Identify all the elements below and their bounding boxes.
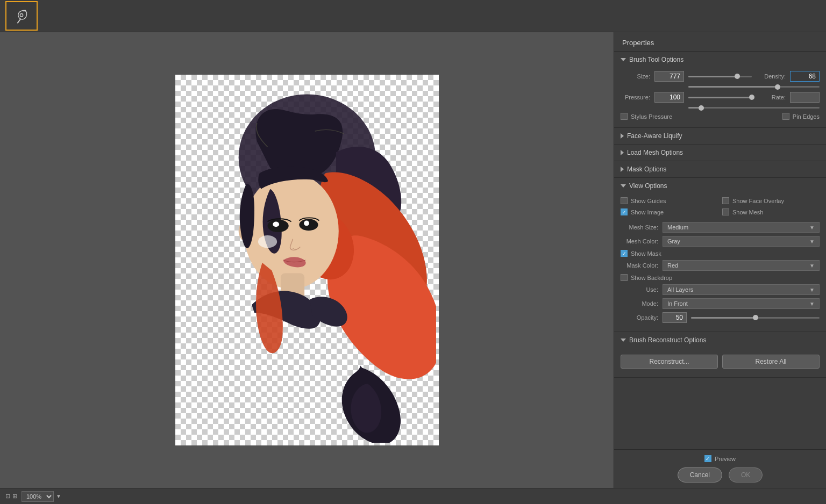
opacity-slider-thumb[interactable] <box>753 315 758 320</box>
pin-edges-checkbox[interactable] <box>782 113 789 120</box>
preview-row: Preview <box>622 455 818 462</box>
mesh-color-arrow: ▼ <box>809 239 815 244</box>
section-header-load-mesh[interactable]: Load Mesh Options <box>614 145 826 161</box>
use-dropdown-wrapper: All Layers ▼ <box>663 284 820 295</box>
mode-label: Mode: <box>621 300 658 307</box>
opacity-label: Opacity: <box>621 314 658 321</box>
ok-button[interactable]: OK <box>729 467 763 483</box>
rate-slider-thumb[interactable] <box>699 105 704 111</box>
status-icon-1: ⊡ <box>5 493 10 500</box>
opacity-slider-track[interactable] <box>691 317 820 319</box>
section-title-face-aware: Face-Aware Liquify <box>627 132 682 140</box>
section-header-mask-options[interactable]: Mask Options <box>614 161 826 177</box>
spacer3 <box>683 113 772 122</box>
rate-input[interactable] <box>790 92 820 103</box>
show-face-overlay-checkbox[interactable] <box>722 197 729 204</box>
density-slider-row <box>621 86 820 88</box>
preview-checkbox[interactable] <box>704 455 711 462</box>
reconstruct-button[interactable]: Reconstruct... <box>621 355 718 369</box>
section-view-options: View Options Show Guides Show Face Overl… <box>614 178 826 332</box>
mesh-color-value: Gray <box>667 238 680 244</box>
show-guides-checkbox[interactable] <box>621 197 628 204</box>
mask-color-value: Red <box>667 262 678 269</box>
mesh-size-row: Mesh Size: Medium ▼ <box>621 222 820 233</box>
mesh-color-dropdown-wrapper: Gray ▼ <box>663 236 820 247</box>
opacity-input[interactable] <box>663 312 687 323</box>
mesh-size-arrow: ▼ <box>809 225 815 231</box>
pressure-input[interactable] <box>654 92 684 103</box>
triangle-closed-icon-mask <box>621 167 624 172</box>
view-options-grid: Show Guides Show Face Overlay Show Image <box>621 197 820 218</box>
density-slider-thumb[interactable] <box>775 84 780 90</box>
section-title-brush-reconstruct: Brush Reconstruct Options <box>629 336 706 344</box>
brush-tool-content: Size: Density: <box>614 68 826 127</box>
properties-panel: Properties Brush Tool Options Size: Dens… <box>614 32 826 488</box>
show-backdrop-label: Show Backdrop <box>631 275 672 281</box>
zoom-select[interactable]: 100% 50% 75% 150% 200% <box>22 491 54 502</box>
pressure-slider-track[interactable] <box>688 97 752 98</box>
mask-color-dropdown[interactable]: Red ▼ <box>663 260 820 271</box>
mesh-size-dropdown-wrapper: Medium ▼ <box>663 222 820 233</box>
show-image-checkbox[interactable] <box>621 208 628 215</box>
density-label: Density: <box>756 73 786 80</box>
show-image-label: Show Image <box>631 209 664 215</box>
section-header-view-options[interactable]: View Options <box>614 178 826 194</box>
show-backdrop-checkbox[interactable] <box>621 274 628 281</box>
tool-icon-box[interactable] <box>5 1 38 31</box>
section-header-brush-tool[interactable]: Brush Tool Options <box>614 52 826 68</box>
opacity-row: Opacity: <box>621 312 820 323</box>
triangle-open-icon <box>621 58 626 61</box>
section-face-aware: Face-Aware Liquify <box>614 128 826 145</box>
density-slider-track[interactable] <box>688 86 820 88</box>
show-face-overlay-row: Show Face Overlay <box>722 197 820 204</box>
section-title-brush-tool: Brush Tool Options <box>629 56 683 63</box>
triangle-open-icon-reconstruct <box>621 339 626 342</box>
mode-dropdown[interactable]: In Front ▼ <box>663 298 820 309</box>
size-slider-track[interactable] <box>688 76 752 77</box>
status-icons: ⊡ ⊞ <box>5 493 17 500</box>
size-label: Size: <box>621 73 650 80</box>
pressure-slider-thumb[interactable] <box>749 95 754 100</box>
use-dropdown[interactable]: All Layers ▼ <box>663 284 820 295</box>
mesh-color-dropdown[interactable]: Gray ▼ <box>663 236 820 247</box>
view-options-content: Show Guides Show Face Overlay Show Image <box>614 194 826 332</box>
brush-reconstruct-content: Reconstruct... Restore All <box>614 348 826 377</box>
artwork-svg <box>178 77 436 443</box>
liquify-brush-icon <box>12 6 31 26</box>
mode-value: In Front <box>667 300 688 307</box>
restore-all-button[interactable]: Restore All <box>722 355 820 369</box>
section-title-view-options: View Options <box>629 182 667 190</box>
show-mesh-checkbox[interactable] <box>722 208 729 215</box>
triangle-closed-icon-mesh <box>621 150 624 155</box>
panel-spacer <box>614 378 826 449</box>
panel-title: Properties <box>614 32 826 52</box>
cancel-button[interactable]: Cancel <box>678 467 722 483</box>
zoom-dropdown-arrow: ▼ <box>56 493 61 499</box>
status-bar: ⊡ ⊞ 100% 50% 75% 150% 200% ▼ <box>0 488 826 504</box>
canvas-area[interactable] <box>0 32 614 488</box>
stylus-pressure-checkbox[interactable] <box>621 113 628 120</box>
use-label: Use: <box>621 286 658 293</box>
section-header-face-aware[interactable]: Face-Aware Liquify <box>614 128 826 144</box>
mesh-size-dropdown[interactable]: Medium ▼ <box>663 222 820 233</box>
canvas-container <box>175 75 439 445</box>
section-header-brush-reconstruct[interactable]: Brush Reconstruct Options <box>614 332 826 348</box>
mesh-size-label: Mesh Size: <box>621 224 658 231</box>
show-mask-checkbox[interactable] <box>621 250 628 257</box>
show-mask-row: Show Mask <box>621 250 820 257</box>
mesh-size-value: Medium <box>667 224 688 231</box>
svg-point-8 <box>304 221 309 226</box>
size-input[interactable] <box>654 71 684 82</box>
size-slider-thumb[interactable] <box>735 74 740 79</box>
triangle-closed-icon-face <box>621 133 624 139</box>
rate-slider-track[interactable] <box>688 107 820 109</box>
density-input[interactable] <box>790 71 820 82</box>
svg-point-7 <box>273 221 279 227</box>
pin-edges-label: Pin Edges <box>793 113 820 120</box>
zoom-control: 100% 50% 75% 150% 200% ▼ <box>22 491 61 502</box>
show-mask-label: Show Mask <box>631 250 661 257</box>
canvas-artwork <box>175 75 439 445</box>
mask-color-row: Mask Color: Red ▼ <box>621 260 820 271</box>
svg-point-0 <box>20 13 23 16</box>
svg-point-9 <box>258 235 276 248</box>
